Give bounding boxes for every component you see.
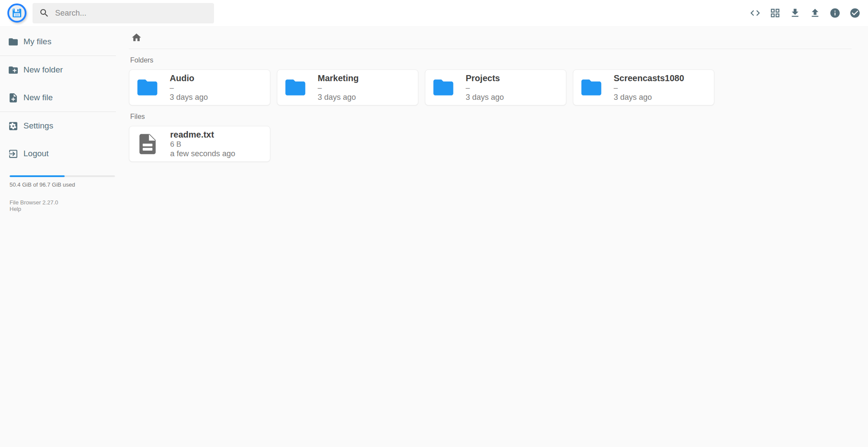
sidebar-item-label: Logout xyxy=(23,149,49,158)
check-circle-icon xyxy=(849,7,861,19)
info-button[interactable] xyxy=(829,7,841,19)
sidebar-item-label: New folder xyxy=(23,65,63,75)
search-input[interactable] xyxy=(55,9,207,18)
file-card[interactable]: readme.txt 6 B a few seconds ago xyxy=(129,126,270,162)
header xyxy=(0,0,868,26)
folder-card[interactable]: Audio – 3 days ago xyxy=(129,69,270,105)
item-size: – xyxy=(614,84,684,92)
sidebar-item-label: Settings xyxy=(23,121,53,131)
app-version: File Browser 2.27.0 xyxy=(10,199,58,206)
storage-usage: 50.4 GiB of 96.7 GiB used xyxy=(10,175,106,188)
info-icon xyxy=(829,7,841,19)
item-modified: 3 days ago xyxy=(318,93,358,102)
folder-icon xyxy=(283,76,307,99)
section-header-folders: Folders xyxy=(130,56,852,64)
file-cards: readme.txt 6 B a few seconds ago xyxy=(129,126,852,162)
item-name: readme.txt xyxy=(170,130,235,140)
sidebar-credits: File Browser 2.27.0 Help xyxy=(10,199,106,212)
header-actions xyxy=(750,7,861,19)
sidebar-item-settings[interactable]: Settings xyxy=(0,112,116,140)
item-size: – xyxy=(170,84,208,92)
download-button[interactable] xyxy=(789,7,801,19)
folder-card[interactable]: Marketing – 3 days ago xyxy=(277,69,418,105)
floppy-disk-icon xyxy=(12,8,22,18)
app-logo[interactable] xyxy=(7,3,26,23)
main-content: Folders Audio – 3 days ago Marketing – 3… xyxy=(116,26,868,447)
new-file-icon xyxy=(8,92,19,103)
breadcrumb xyxy=(129,26,852,49)
home-button[interactable] xyxy=(129,32,144,43)
home-icon xyxy=(131,32,142,43)
file-listing: Folders Audio – 3 days ago Marketing – 3… xyxy=(129,56,852,162)
item-name: Screencasts1080 xyxy=(614,73,684,83)
item-size: – xyxy=(318,84,358,92)
section-header-files: Files xyxy=(130,113,852,121)
item-name: Marketing xyxy=(318,73,358,83)
app-shell: My files New folder New file Settings Lo… xyxy=(0,26,868,447)
sidebar-item-new-file[interactable]: New file xyxy=(0,84,116,112)
folder-card[interactable]: Screencasts1080 – 3 days ago xyxy=(573,69,714,105)
folder-icon xyxy=(135,76,159,99)
usage-text: 50.4 GiB of 96.7 GiB used xyxy=(10,181,106,188)
item-modified: 3 days ago xyxy=(170,93,208,102)
code-icon xyxy=(750,7,761,19)
select-multiple-button[interactable] xyxy=(849,7,861,19)
help-link[interactable]: Help xyxy=(10,206,21,212)
upload-button[interactable] xyxy=(809,7,821,19)
upload-icon xyxy=(809,7,821,19)
shell-button[interactable] xyxy=(750,7,761,19)
sidebar-item-label: My files xyxy=(23,37,51,46)
folder-card[interactable]: Projects – 3 days ago xyxy=(425,69,566,105)
item-size: 6 B xyxy=(170,140,235,149)
search-icon xyxy=(39,8,49,18)
folder-icon xyxy=(431,76,455,99)
item-modified: 3 days ago xyxy=(466,93,504,102)
new-folder-icon xyxy=(8,65,19,76)
grid-view-icon xyxy=(769,7,781,19)
settings-icon xyxy=(8,121,19,131)
item-name: Projects xyxy=(466,73,504,83)
usage-progress-track xyxy=(10,175,115,177)
folder-cards: Audio – 3 days ago Marketing – 3 days ag… xyxy=(129,69,852,105)
logout-icon xyxy=(8,148,19,159)
switch-view-button[interactable] xyxy=(769,7,781,19)
sidebar-item-label: New file xyxy=(23,93,53,102)
sidebar-item-my-files[interactable]: My files xyxy=(0,28,116,56)
item-name: Audio xyxy=(170,73,208,83)
download-icon xyxy=(789,7,801,19)
sidebar-item-logout[interactable]: Logout xyxy=(0,140,116,168)
folder-icon xyxy=(579,76,603,99)
folder-icon xyxy=(8,36,19,47)
search-bar[interactable] xyxy=(33,3,214,23)
item-modified: a few seconds ago xyxy=(170,149,235,158)
file-icon xyxy=(135,132,160,156)
sidebar: My files New folder New file Settings Lo… xyxy=(0,26,116,447)
item-modified: 3 days ago xyxy=(614,93,684,102)
item-size: – xyxy=(466,84,504,92)
sidebar-item-new-folder[interactable]: New folder xyxy=(0,56,116,84)
usage-progress-fill xyxy=(10,175,65,177)
